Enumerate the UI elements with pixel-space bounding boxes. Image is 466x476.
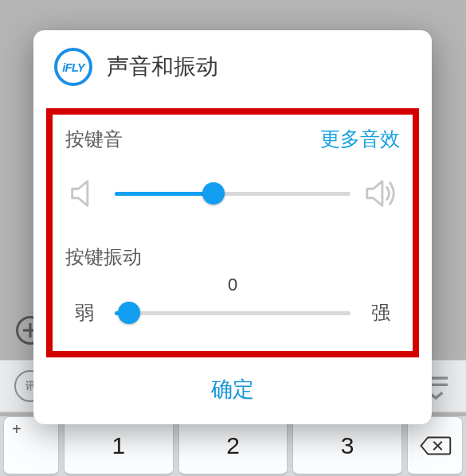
vibration-slider[interactable] [115, 297, 350, 329]
keysound-slider-row [65, 174, 400, 213]
key-2[interactable]: 2 [178, 416, 288, 476]
vibration-header: 按键振动 [65, 244, 400, 270]
slider-fill [115, 192, 213, 196]
keysound-label: 按键音 [65, 127, 123, 152]
vibration-max-label: 强 [362, 300, 400, 326]
confirm-button[interactable]: 确定 [211, 375, 254, 404]
speaker-mute-icon[interactable] [65, 174, 104, 213]
key-backspace[interactable] [407, 416, 463, 476]
vibration-label: 按键振动 [65, 244, 142, 270]
sound-vibration-dialog: iFLY 声音和振动 按键音 更多音效 按键振动 0 弱 [33, 30, 432, 424]
more-sound-effects-link[interactable]: 更多音效 [320, 126, 400, 152]
key-symbols[interactable]: + [3, 416, 59, 476]
slider-thumb[interactable] [118, 302, 140, 324]
key-1[interactable]: 1 [64, 416, 174, 476]
dialog-header: iFLY 声音和振动 [33, 30, 432, 103]
speaker-loud-icon[interactable] [362, 174, 400, 213]
vibration-min-label: 弱 [65, 300, 104, 326]
vibration-value: 0 [65, 275, 400, 295]
slider-thumb[interactable] [202, 182, 225, 205]
backspace-icon [418, 435, 452, 457]
key-3[interactable]: 3 [292, 416, 402, 476]
slider-track [115, 311, 350, 315]
dialog-content-highlighted: 按键音 更多音效 按键振动 0 弱 [46, 108, 419, 357]
dialog-footer: 确定 [33, 357, 432, 424]
key-plus-superscript: + [12, 420, 22, 439]
keysound-header: 按键音 更多音效 [65, 126, 400, 152]
dialog-title: 声音和振动 [107, 52, 218, 82]
ifly-logo-icon: iFLY [54, 48, 92, 86]
keysound-slider[interactable] [115, 178, 350, 209]
vibration-slider-row: 弱 强 [65, 297, 400, 329]
keyboard-number-row: + 1 2 3 [0, 416, 466, 476]
